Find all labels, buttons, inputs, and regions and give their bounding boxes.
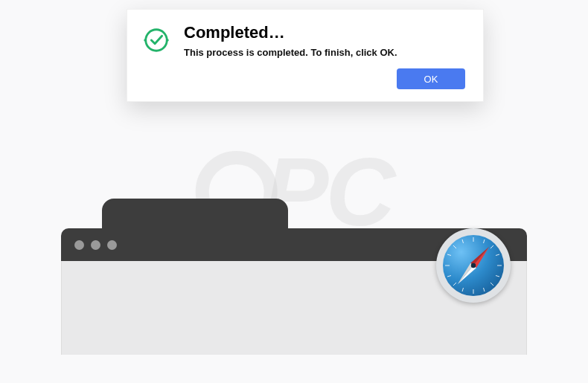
svg-marker-19 (473, 247, 492, 268)
completed-dialog: Completed… This process is completed. To… (127, 9, 484, 102)
svg-marker-1 (167, 38, 169, 42)
svg-line-13 (462, 288, 464, 292)
svg-point-0 (146, 30, 167, 51)
svg-marker-21 (458, 265, 476, 286)
svg-line-8 (490, 245, 493, 248)
dialog-title: Completed… (184, 23, 465, 42)
ok-button[interactable]: OK (397, 68, 465, 89)
svg-line-9 (453, 283, 456, 286)
svg-marker-20 (470, 245, 489, 265)
svg-line-10 (490, 283, 493, 286)
browser-tab (102, 199, 288, 228)
zoom-icon[interactable] (107, 240, 117, 250)
svg-line-12 (484, 239, 485, 243)
checkmark-circle-refresh-icon (142, 26, 170, 54)
svg-point-23 (471, 263, 476, 268)
svg-marker-22 (455, 263, 473, 284)
svg-line-18 (496, 276, 499, 277)
dialog-message: This process is completed. To finish, cl… (184, 47, 465, 58)
svg-line-17 (496, 254, 499, 256)
minimize-icon[interactable] (91, 240, 100, 250)
safari-compass-icon (436, 228, 511, 303)
svg-line-11 (462, 239, 464, 243)
svg-line-7 (453, 245, 456, 248)
svg-marker-2 (144, 38, 146, 42)
close-icon[interactable] (74, 240, 84, 250)
svg-line-14 (484, 288, 485, 292)
svg-line-16 (447, 276, 451, 277)
svg-line-15 (447, 254, 451, 256)
